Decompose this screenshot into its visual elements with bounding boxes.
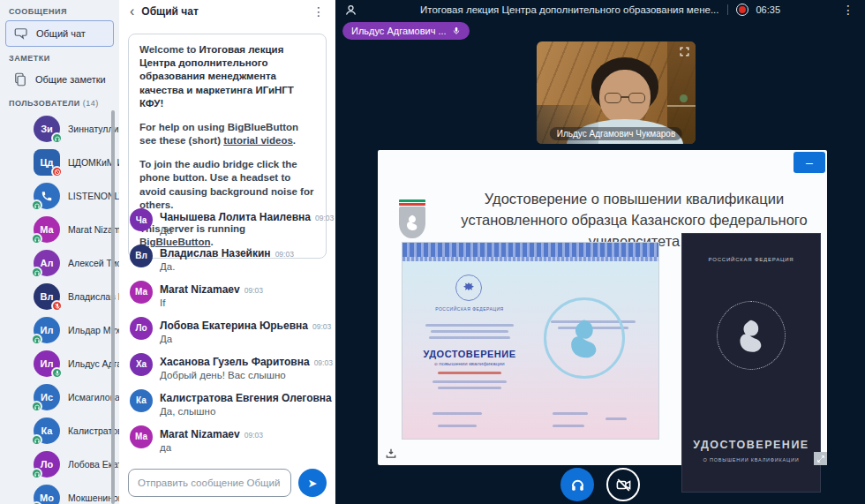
avatar-initials: Ча — [136, 215, 147, 225]
sidebar-item-shared-notes[interactable]: Общие заметки — [5, 67, 114, 92]
user-list-item[interactable]: Ил Ильдус Адгамови... — [0, 347, 119, 380]
avatar-initials: Цд — [40, 157, 53, 168]
message-author: Marat Nizamaev09:03 — [160, 428, 263, 440]
resize-handle[interactable] — [814, 452, 827, 465]
chat-message: Ма Marat Nizamaev09:03 да — [130, 425, 325, 455]
cover-country: РОССИЙСКАЯ ФЕДЕРАЦИЯ — [709, 257, 794, 262]
message-time: 09:03 — [315, 214, 334, 222]
user-list-item[interactable]: Ил Ильдар Мухамет... — [0, 313, 119, 347]
status-badge — [31, 468, 42, 479]
tutorial-videos-link[interactable]: tutorial videos — [223, 135, 293, 146]
minimize-presentation-button[interactable]: – — [794, 152, 825, 173]
divider — [726, 4, 727, 15]
certificate-cover-image: РОССИЙСКАЯ ФЕДЕРАЦИЯ УДОСТОВЕРЕНИЕ О ПОВ… — [681, 233, 821, 493]
chat-message-input[interactable] — [128, 469, 291, 497]
avatar: Ма — [130, 281, 153, 304]
avatar-initials: Ка — [41, 425, 53, 436]
avatar-initials: Ка — [136, 395, 147, 405]
meeting-title: Итоговая лекция Центра дополнительного о… — [420, 4, 719, 15]
chat-options-kebab-icon[interactable]: ⋮ — [312, 5, 325, 18]
avatar-initials: Ал — [41, 258, 54, 268]
presentation-area: – Удостоверение о повышении квалификации… — [378, 150, 827, 465]
message-author: Калистратова Евгения Олеговна09:03 — [160, 392, 335, 404]
certificate-subheading: о повышении квалификации — [418, 361, 521, 366]
user-list-item[interactable]: Цд ЦДОМКиМ ИГиНГТ — [0, 146, 119, 179]
recording-indicator[interactable] — [735, 4, 748, 16]
kfu-emblem-watermark — [544, 297, 625, 379]
avatar: Ка — [34, 417, 60, 444]
back-chevron-icon[interactable]: ‹ — [130, 4, 134, 19]
action-bar — [560, 468, 640, 501]
chat-message: Ча Чанышева Лолита Наилевна09:03 Да — [130, 208, 325, 237]
message-text: Да. — [160, 260, 294, 274]
user-list-item[interactable]: Вл Владислав Назей... — [0, 280, 119, 313]
webcam-video[interactable]: Ильдус Адгамович Чукмаров — [537, 41, 696, 144]
cover-heading: УДОСТОВЕРЕНИЕ — [693, 439, 809, 451]
chat-input-bar: ➤ — [128, 469, 327, 497]
status-badge — [51, 166, 63, 177]
fullscreen-icon[interactable] — [679, 46, 690, 57]
status-badge — [31, 401, 42, 412]
recording-time: 06:35 — [756, 4, 780, 15]
public-chat-label: Общий чат — [36, 28, 86, 39]
chat-header: ‹ Общий чат ⋮ — [119, 0, 335, 23]
minimize-icon: – — [806, 155, 813, 169]
avatar: Цд — [34, 149, 60, 176]
certificate-heading: УДОСТОВЕРЕНИЕ — [418, 349, 521, 359]
avatar-initials: Ма — [135, 287, 147, 297]
user-list-item[interactable]: Ка Калистратова Евг... — [0, 414, 119, 448]
users-section-header: ПОЛЬЗОВАТЕЛИ (14) — [9, 99, 110, 108]
message-list: Ча Чанышева Лолита Наилевна09:03 Да Вл В… — [119, 205, 335, 462]
messages-section-header: СООБЩЕНИЯ — [9, 7, 110, 16]
user-list-item[interactable]: Ис Исмагилова Эльза — [0, 380, 119, 414]
message-text: Да — [160, 333, 331, 346]
talking-indicator[interactable]: Ильдус Адгамович ... — [342, 22, 470, 40]
avatar-initials: Ма — [135, 432, 147, 441]
sidebar-item-public-chat[interactable]: Общий чат — [5, 20, 114, 47]
leave-audio-button[interactable] — [560, 468, 594, 501]
avatar-initials: Ха — [136, 359, 147, 369]
user-list-item[interactable]: Ма Marat Nizamaev — [0, 213, 119, 246]
message-author: Лобова Екатерина Юрьевна09:03 — [160, 320, 331, 332]
user-list: Зи Зиннатуллин... (Вы) Цд ЦДОМКиМ ИГиНГТ — [0, 112, 119, 504]
user-list-item[interactable]: Мо Мокшенинова Ма... — [0, 481, 119, 504]
avatar-initials: Ил — [41, 325, 54, 335]
chat-message: Ка Калистратова Евгения Олеговна09:03 Да… — [130, 389, 325, 418]
avatar: Ло — [130, 317, 153, 340]
message-text: Да, слышно — [160, 405, 335, 418]
chat-message: Ха Хасанова Гузель Фаритовна09:03 Добрый… — [130, 353, 325, 382]
avatar-initials: Ма — [40, 224, 53, 235]
send-message-button[interactable]: ➤ — [298, 469, 327, 497]
avatar-initials: Ло — [135, 323, 147, 333]
mic-icon — [452, 26, 461, 35]
status-badge — [51, 300, 63, 312]
avatar: Вл — [34, 283, 60, 310]
message-text: If — [160, 297, 263, 310]
avatar-initials: Вл — [135, 251, 147, 260]
message-time: 09:03 — [244, 431, 263, 440]
user-list-item[interactable]: Ло Лобова Екатерин... — [0, 448, 119, 481]
avatar: Ма — [34, 216, 60, 243]
share-webcam-button[interactable] — [606, 468, 640, 501]
chat-message: Ма Marat Nizamaev09:03 If — [130, 281, 325, 310]
options-kebab-icon[interactable]: ⋮ — [842, 3, 854, 17]
user-list-item[interactable]: Зи Зиннатуллин... (Вы) — [0, 112, 119, 146]
sidebar-scrollbar[interactable] — [111, 110, 115, 504]
avatar: Ил — [34, 350, 60, 377]
status-badge — [31, 199, 42, 211]
person-icon[interactable] — [344, 4, 357, 17]
avatar: Зи — [34, 116, 60, 142]
message-time: 09:03 — [312, 322, 331, 331]
message-time: 09:03 — [275, 250, 294, 259]
status-badge — [51, 132, 63, 144]
user-list-item[interactable]: Ал Алексей Тистол — [0, 246, 119, 280]
avatar: Вл — [130, 244, 153, 267]
message-text: да — [160, 441, 263, 455]
message-author: Чанышева Лолита Наилевна09:03 — [160, 211, 334, 223]
user-list-item[interactable]: LISTENONLY-%D0%... — [0, 179, 119, 213]
download-presentation-button[interactable] — [385, 448, 397, 460]
headphones-icon — [569, 477, 586, 493]
certificate-country: РОССИЙСКАЯ ФЕДЕРАЦИЯ — [418, 306, 521, 312]
status-badge — [51, 367, 63, 379]
avatar: Ха — [130, 353, 153, 376]
